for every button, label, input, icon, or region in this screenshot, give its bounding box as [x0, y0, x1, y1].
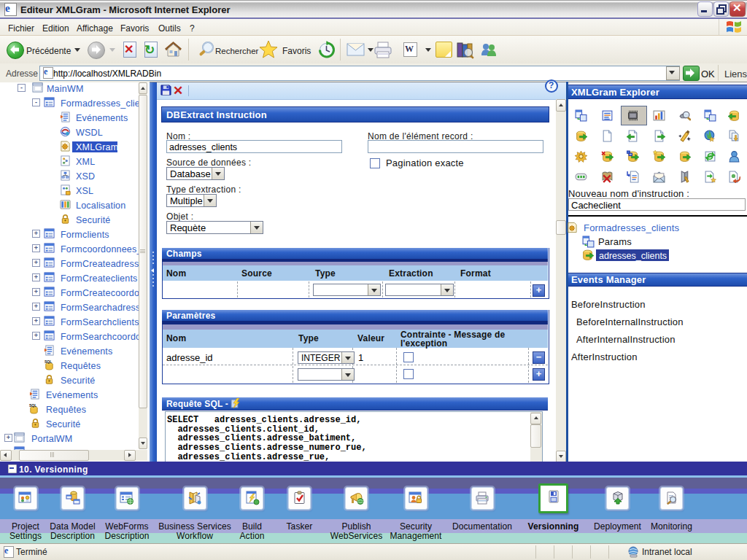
svg-text:SQL: SQL	[44, 359, 53, 364]
svg-text:SQL: SQL	[29, 403, 37, 408]
